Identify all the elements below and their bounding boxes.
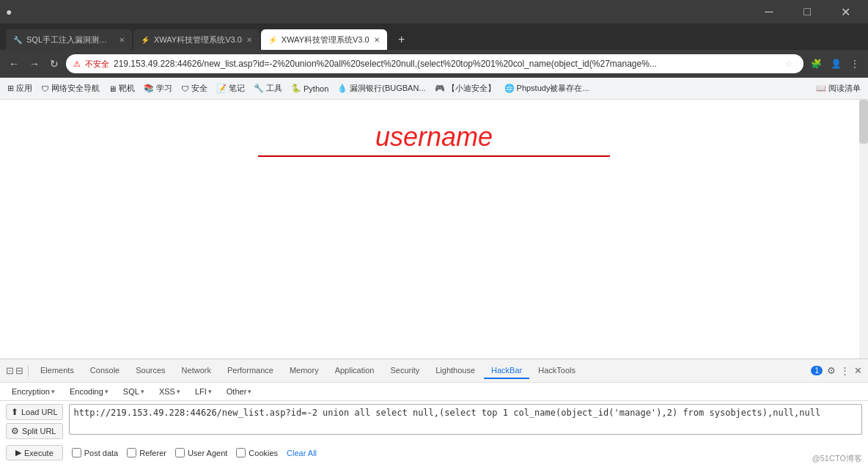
devtools-tab-hacktools[interactable]: HackTools	[531, 363, 583, 379]
tab-title: SQL手工注入漏洞测试(Sql Serv...	[26, 34, 114, 45]
hackbar-lfi-menu[interactable]: LFI ▾	[189, 386, 218, 397]
bookmark-phpstudy[interactable]: 🌐 Phpstudy被暴存在...	[504, 83, 589, 94]
bookmark-python[interactable]: 🐍 Python	[291, 84, 328, 93]
address-input-wrap[interactable]: ⚠ 不安全 219.153.49.228:44626/new_list.asp?…	[66, 54, 803, 73]
bookmark-security-nav[interactable]: 🛡 网络安全导航	[41, 83, 100, 94]
devtools-tab-hackbar[interactable]: HackBar	[484, 363, 529, 379]
tab-close-icon[interactable]: ✕	[246, 36, 252, 44]
bookmark-label: Python	[304, 84, 328, 93]
address-bar: ← → ↻ ⚠ 不安全 219.153.49.228:44626/new_lis…	[0, 50, 868, 78]
window-controls: ─ □ ✕	[752, 0, 862, 23]
devtools-tab-application[interactable]: Application	[328, 363, 382, 379]
bookmark-bugbank[interactable]: 💧 漏洞银行(BUGBAN...	[337, 83, 425, 94]
clear-all-button[interactable]: Clear All	[287, 449, 317, 457]
phpstudy-icon: 🌐	[504, 84, 515, 93]
devtools-undock-button[interactable]: ⊡	[6, 365, 14, 376]
back-button[interactable]: ←	[6, 55, 22, 73]
bookmark-tools[interactable]: 🔧 工具	[254, 83, 282, 94]
devtools-tab-elements[interactable]: Elements	[33, 363, 81, 379]
devtools-dock-button[interactable]: ⊟	[15, 365, 23, 376]
hackbar-url-input[interactable]	[69, 404, 862, 435]
new-tab-button[interactable]: +	[391, 29, 412, 50]
notes-icon: 📝	[216, 84, 227, 93]
xss-caret-icon: ▾	[177, 388, 180, 395]
devtools-badge: 1	[811, 366, 823, 375]
encryption-caret-icon: ▾	[51, 388, 55, 395]
book-icon: 📚	[144, 84, 154, 93]
minimize-button[interactable]: ─	[752, 0, 786, 23]
post-data-input[interactable]	[72, 448, 81, 457]
scrollbar-thumb[interactable]	[859, 100, 868, 144]
forward-button[interactable]: →	[26, 55, 43, 73]
target-icon: 🖥	[108, 84, 117, 93]
referer-checkbox[interactable]: Referer	[127, 448, 166, 457]
bookmark-xiaodi[interactable]: 🎮 【小迪安全】	[435, 83, 496, 94]
hackbar-encryption-menu[interactable]: Encryption ▾	[6, 386, 61, 397]
profile-button[interactable]: 👤	[828, 57, 845, 70]
devtools-tab-sources[interactable]: Sources	[128, 363, 172, 379]
bookmark-target[interactable]: 🖥 靶机	[108, 83, 135, 94]
close-button[interactable]: ✕	[828, 0, 862, 23]
watermark: @51CTO博客	[812, 453, 862, 464]
devtools-settings-button[interactable]: ⚙	[827, 365, 836, 376]
split-url-button[interactable]: ⚙ Split URL	[6, 423, 63, 439]
hackbar-toolbar: Encryption ▾ Encoding ▾ SQL ▾ XSS ▾ LFI …	[0, 383, 868, 401]
xiaodi-icon: 🎮	[435, 84, 445, 93]
devtools-tab-memory[interactable]: Memory	[282, 363, 326, 379]
sql-caret-icon: ▾	[141, 388, 144, 395]
tab-sql-injection[interactable]: 🔧 SQL手工注入漏洞测试(Sql Serv... ✕	[6, 29, 132, 50]
hackbar-other-menu[interactable]: Other ▾	[221, 386, 258, 397]
hackbar-xss-menu[interactable]: XSS ▾	[153, 386, 186, 397]
referer-input[interactable]	[127, 448, 136, 457]
bookmark-learn[interactable]: 📚 学习	[144, 83, 172, 94]
other-caret-icon: ▾	[248, 388, 251, 395]
devtools-tab-security[interactable]: Security	[383, 363, 427, 379]
devtools-header: ⊡ ⊟ Elements Console Sources Network Per…	[0, 359, 868, 383]
devtools-more-button[interactable]: ⋮	[840, 365, 850, 376]
username-underline	[258, 155, 610, 157]
bookmark-label: 阅读清单	[828, 83, 861, 94]
devtools-tab-console[interactable]: Console	[83, 363, 127, 379]
tab-favicon: ⚡	[141, 36, 150, 44]
tab-close-icon[interactable]: ✕	[374, 36, 380, 44]
other-label: Other	[227, 387, 247, 396]
user-agent-input[interactable]	[175, 448, 185, 457]
tab-title: XWAY科技管理系统V3.0	[154, 34, 242, 45]
bookmark-button[interactable]: ☆	[782, 57, 796, 70]
tab-favicon: ⚡	[268, 36, 277, 44]
execute-button[interactable]: ▶ Execute	[6, 445, 63, 460]
cookies-input[interactable]	[236, 448, 246, 457]
devtools-close-button[interactable]: ✕	[854, 365, 862, 376]
reload-button[interactable]: ↻	[47, 55, 62, 73]
tab-xway-1[interactable]: ⚡ XWAY科技管理系统V3.0 ✕	[133, 29, 260, 50]
tab-favicon: 🔧	[13, 36, 22, 44]
load-url-button[interactable]: ⬆ Load URL	[6, 404, 63, 420]
devtools-controls: 1 ⚙ ⋮ ✕	[811, 365, 862, 376]
load-url-label: Load URL	[21, 408, 58, 416]
post-data-checkbox[interactable]: Post data	[72, 448, 118, 457]
bookmark-apps[interactable]: ⊞ 应用	[7, 83, 32, 94]
hackbar-url-area	[69, 404, 862, 439]
hackbar-sql-menu[interactable]: SQL ▾	[117, 386, 150, 397]
extensions-button[interactable]: 🧩	[808, 57, 825, 70]
title-bar: ● ─ □ ✕	[0, 0, 868, 23]
maximize-button[interactable]: □	[790, 0, 824, 23]
user-agent-checkbox[interactable]: User Agent	[175, 448, 227, 457]
scrollbar-track[interactable]	[859, 100, 868, 358]
devtools-panel: ⊡ ⊟ Elements Console Sources Network Per…	[0, 358, 868, 467]
sql-label: SQL	[123, 387, 139, 396]
bookmark-notes[interactable]: 📝 笔记	[216, 83, 245, 94]
devtools-tab-performance[interactable]: Performance	[220, 363, 281, 379]
hackbar-encoding-menu[interactable]: Encoding ▾	[64, 386, 114, 397]
shield2-icon: 🛡	[181, 84, 189, 93]
devtools-tab-lighthouse[interactable]: Lighthouse	[428, 363, 482, 379]
cookies-checkbox[interactable]: Cookies	[236, 448, 278, 457]
bookmark-label: Phpstudy被暴存在...	[517, 83, 589, 94]
bookmark-readlist[interactable]: 📖 阅读清单	[816, 83, 861, 94]
menu-button[interactable]: ⋮	[847, 57, 862, 70]
tab-close-icon[interactable]: ✕	[119, 36, 125, 44]
bookmark-security[interactable]: 🛡 安全	[181, 83, 207, 94]
tab-xway-2[interactable]: ⚡ XWAY科技管理系统V3.0 ✕	[261, 29, 387, 50]
browser-toolbar-right: 🧩 👤 ⋮	[808, 57, 862, 70]
devtools-tab-network[interactable]: Network	[174, 363, 218, 379]
